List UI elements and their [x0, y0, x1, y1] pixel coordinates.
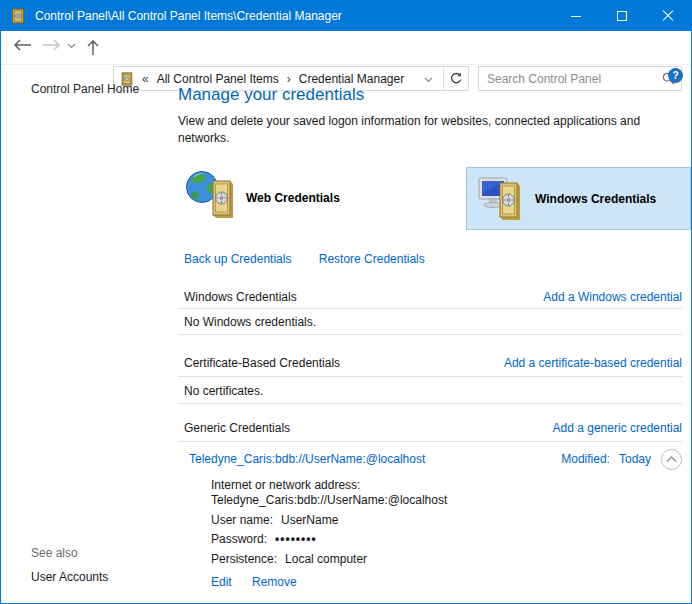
password-label: Password:: [211, 532, 267, 546]
globe-safe-icon: [183, 168, 239, 227]
address-label: Internet or network address:: [211, 478, 360, 492]
close-icon: [662, 10, 674, 22]
divider: [178, 334, 682, 335]
edit-credential-link[interactable]: Edit: [211, 575, 232, 589]
password-row: Password: ••••••••: [211, 532, 317, 546]
tab-windows-credentials-label: Windows Credentials: [535, 192, 656, 206]
chevron-down-icon: [424, 77, 433, 83]
divider: [178, 376, 682, 377]
question-mark-icon: ?: [672, 70, 678, 81]
section-title: Generic Credentials: [178, 421, 290, 435]
username-row: User name: UserName: [211, 513, 338, 527]
credential-row: Teledyne_Caris:bdb://UserName:@localhost…: [178, 447, 682, 471]
back-button[interactable]: [13, 39, 33, 51]
divider: [178, 308, 682, 309]
address-label-row: Internet or network address:: [211, 478, 360, 492]
tab-web-credentials[interactable]: Web Credentials: [178, 165, 454, 230]
arrow-right-icon: [41, 39, 61, 51]
address-dropdown-button[interactable]: [424, 72, 433, 86]
sidebar-item-control-panel-home[interactable]: Control Panel Home: [31, 82, 139, 96]
help-button[interactable]: ?: [668, 68, 683, 83]
add-certificate-credential-link[interactable]: Add a certificate-based credential: [504, 356, 682, 370]
arrow-up-icon: [87, 39, 99, 56]
no-certificates-text: No certificates.: [184, 384, 263, 398]
minimize-button[interactable]: [553, 1, 599, 31]
maximize-button[interactable]: [599, 1, 645, 31]
credential-manager-app-icon: [10, 8, 26, 24]
divider: [178, 441, 682, 442]
refresh-button[interactable]: [444, 67, 468, 90]
credential-edit-actions: Edit Remove: [211, 575, 297, 589]
modified-label: Modified:: [561, 452, 610, 466]
forward-button[interactable]: [41, 39, 61, 51]
persistence-value: Local computer: [285, 552, 367, 566]
username-label: User name:: [211, 513, 273, 527]
search-box: [478, 66, 682, 91]
sidebar-item-user-accounts[interactable]: User Accounts: [31, 570, 108, 584]
collapse-credential-button[interactable]: [661, 449, 682, 470]
navigation-bar: « All Control Panel Items › Credential M…: [1, 31, 691, 65]
add-windows-credential-link[interactable]: Add a Windows credential: [543, 290, 682, 304]
username-value: UserName: [281, 513, 338, 527]
up-button[interactable]: [87, 39, 99, 56]
address-value: Teledyne_Caris:bdb://UserName:@localhost: [211, 493, 447, 507]
section-windows-credentials-header: Windows Credentials Add a Windows creden…: [178, 290, 682, 304]
no-windows-credentials-text: No Windows credentials.: [184, 315, 316, 329]
section-title: Windows Credentials: [178, 290, 297, 304]
remove-credential-link[interactable]: Remove: [252, 575, 297, 589]
persistence-label: Persistence:: [211, 552, 277, 566]
see-also-heading: See also: [31, 546, 78, 560]
recent-pages-button[interactable]: [67, 43, 76, 49]
tab-windows-credentials[interactable]: Windows Credentials: [466, 167, 691, 230]
address-value-row: Teledyne_Caris:bdb://UserName:@localhost: [211, 493, 447, 507]
backup-credentials-link[interactable]: Back up Credentials: [184, 252, 291, 266]
restore-credentials-link[interactable]: Restore Credentials: [319, 252, 425, 266]
breadcrumb-credential-manager[interactable]: Credential Manager: [299, 72, 404, 86]
window-title: Control Panel\All Control Panel Items\Cr…: [35, 9, 342, 23]
credential-manager-window: Control Panel\All Control Panel Items\Cr…: [0, 0, 692, 604]
breadcrumb-all-control-panel-items[interactable]: All Control Panel Items: [157, 72, 279, 86]
chevron-up-icon: [666, 456, 677, 463]
page-title: Manage your credentials: [178, 85, 364, 105]
monitor-safe-icon: [476, 171, 528, 226]
section-certificate-credentials-header: Certificate-Based Credentials Add a cert…: [178, 356, 682, 370]
credential-name-link[interactable]: Teledyne_Caris:bdb://UserName:@localhost: [189, 452, 425, 466]
add-generic-credential-link[interactable]: Add a generic credential: [553, 421, 682, 435]
section-generic-credentials-header: Generic Credentials Add a generic creden…: [178, 421, 682, 435]
maximize-icon: [617, 11, 627, 21]
window-controls: [553, 1, 691, 31]
breadcrumb-overflow-button[interactable]: «: [142, 72, 149, 86]
minimize-icon: [571, 16, 581, 17]
chevron-down-icon: [67, 43, 76, 49]
persistence-row: Persistence: Local computer: [211, 552, 367, 566]
breadcrumb-separator: ›: [287, 72, 291, 86]
modified-value: Today: [619, 452, 651, 466]
credential-actions-row: Back up Credentials Restore Credentials: [184, 252, 425, 266]
arrow-left-icon: [13, 39, 33, 51]
title-bar: Control Panel\All Control Panel Items\Cr…: [1, 1, 691, 31]
password-mask: ••••••••: [275, 532, 317, 546]
tab-web-credentials-label: Web Credentials: [246, 191, 340, 205]
refresh-icon: [450, 72, 463, 85]
page-description: View and delete your saved logon informa…: [178, 113, 690, 147]
divider: [178, 403, 682, 404]
search-input[interactable]: [479, 68, 655, 89]
section-title: Certificate-Based Credentials: [178, 356, 340, 370]
close-button[interactable]: [645, 1, 691, 31]
